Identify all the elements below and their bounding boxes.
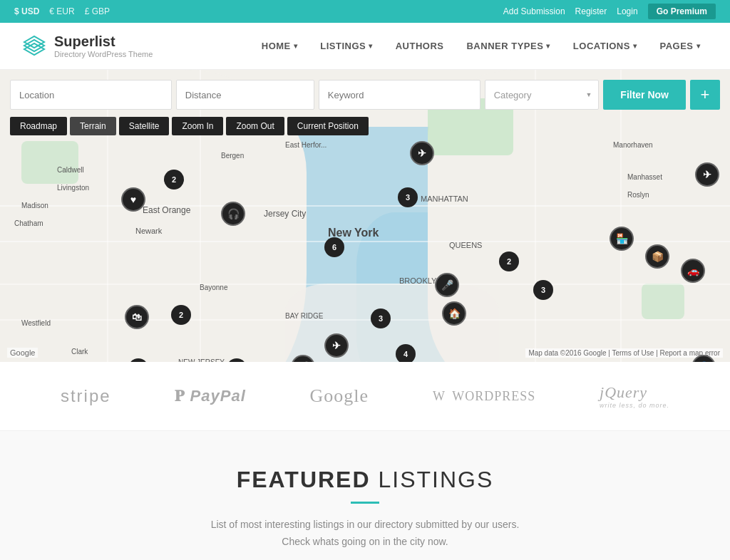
partner-jquery: jQuery write less, do more. bbox=[600, 383, 669, 409]
map-marker[interactable]: 🎤 bbox=[435, 273, 459, 297]
search-bar: Category Filter Now + bbox=[10, 80, 720, 110]
map-marker[interactable]: 🛍 bbox=[125, 305, 149, 329]
map-marker[interactable]: 🎧 bbox=[221, 202, 245, 226]
satellite-button[interactable]: Satellite bbox=[119, 117, 170, 135]
featured-subtitle: List of most interesting listings in our… bbox=[21, 517, 709, 551]
partner-wordpress: W WordPress bbox=[433, 389, 535, 404]
map-marker-count[interactable]: 2 bbox=[171, 305, 191, 325]
google-logo: Google bbox=[7, 348, 38, 358]
main-nav: HOME ▾ LISTINGS ▾ AUTHORS BANNER TYPES ▾… bbox=[253, 35, 709, 57]
zoom-out-button[interactable]: Zoom Out bbox=[226, 117, 284, 135]
featured-title: FEATURED LISTINGS bbox=[21, 467, 709, 493]
partner-stripe: stripe bbox=[61, 386, 111, 406]
map-marker[interactable]: ✈ bbox=[410, 141, 434, 165]
chevron-down-icon: ▾ bbox=[546, 42, 550, 50]
map-marker-count[interactable]: 6 bbox=[324, 237, 344, 257]
currency-selector: $ USD € EUR £ GBP bbox=[14, 6, 110, 16]
header: Superlist Directory WordPress Theme HOME… bbox=[0, 23, 730, 70]
currency-usd[interactable]: $ USD bbox=[14, 6, 39, 16]
login-link[interactable]: Login bbox=[617, 6, 637, 16]
current-position-button[interactable]: Current Position bbox=[287, 117, 369, 135]
partners-bar: stripe 𝐏 PayPal Google W WordPress jQuer… bbox=[0, 362, 730, 431]
map-marker[interactable]: 🚗 bbox=[681, 259, 705, 283]
map-marker[interactable]: 🏪 bbox=[610, 227, 634, 251]
category-select[interactable]: Category bbox=[485, 80, 600, 110]
top-bar-links: Add Submission Register Login Go Premium bbox=[503, 4, 716, 19]
logo[interactable]: Superlist Directory WordPress Theme bbox=[21, 33, 153, 59]
chevron-down-icon: ▾ bbox=[633, 42, 637, 50]
currency-gbp[interactable]: £ GBP bbox=[85, 6, 110, 16]
map-marker-count[interactable]: 2 bbox=[499, 252, 519, 271]
go-premium-button[interactable]: Go Premium bbox=[648, 4, 716, 19]
register-link[interactable]: Register bbox=[575, 6, 607, 16]
map-marker-count[interactable]: 4 bbox=[396, 344, 416, 362]
zoom-in-button[interactable]: Zoom In bbox=[172, 117, 223, 135]
nav-authors[interactable]: AUTHORS bbox=[387, 35, 453, 57]
top-bar: $ USD € EUR £ GBP Add Submission Registe… bbox=[0, 0, 730, 23]
location-input[interactable] bbox=[10, 80, 172, 110]
map-marker[interactable]: ♥ bbox=[121, 187, 145, 212]
add-listing-button[interactable]: + bbox=[690, 80, 720, 110]
map-marker[interactable]: ✈ bbox=[324, 333, 349, 358]
logo-icon bbox=[21, 33, 47, 59]
map-marker-count[interactable]: 2 bbox=[164, 170, 184, 190]
map-marker-count[interactable]: 3 bbox=[533, 280, 553, 300]
map-marker-count[interactable]: 3 bbox=[371, 308, 391, 328]
map-marker[interactable]: 📦 bbox=[645, 244, 669, 269]
distance-input[interactable] bbox=[176, 80, 314, 110]
keyword-input[interactable] bbox=[319, 80, 480, 110]
map-marker[interactable]: 🏠 bbox=[442, 301, 466, 326]
chevron-down-icon: ▾ bbox=[696, 42, 701, 50]
nav-listings[interactable]: LISTINGS ▾ bbox=[312, 35, 381, 57]
featured-section: FEATURED LISTINGS List of most interesti… bbox=[0, 431, 730, 560]
category-wrapper: Category bbox=[485, 80, 600, 110]
chevron-down-icon: ▾ bbox=[369, 42, 373, 50]
logo-title: Superlist bbox=[54, 33, 153, 50]
map-attribution: Map data ©2016 Google | Terms of Use | R… bbox=[525, 348, 723, 358]
map-controls: Roadmap Terrain Satellite Zoom In Zoom O… bbox=[10, 117, 369, 135]
currency-eur[interactable]: € EUR bbox=[49, 6, 74, 16]
filter-now-button[interactable]: Filter Now bbox=[603, 80, 686, 110]
nav-pages[interactable]: PAGES ▾ bbox=[651, 35, 709, 57]
partner-paypal: 𝐏 PayPal bbox=[175, 387, 245, 405]
map-marker-count[interactable]: 3 bbox=[398, 187, 418, 207]
logo-subtitle: Directory WordPress Theme bbox=[54, 50, 153, 58]
roadmap-button[interactable]: Roadmap bbox=[10, 117, 67, 135]
map-section: New York Jersey City MANHATTAN QUEENS BR… bbox=[0, 70, 730, 362]
nav-banner-types[interactable]: BANNER TYPES ▾ bbox=[458, 35, 558, 57]
add-submission-link[interactable]: Add Submission bbox=[503, 6, 565, 16]
chevron-down-icon: ▾ bbox=[294, 42, 298, 50]
partner-google: Google bbox=[310, 385, 369, 407]
nav-home[interactable]: HOME ▾ bbox=[253, 35, 307, 57]
map-marker[interactable]: ✈ bbox=[695, 162, 719, 187]
featured-divider bbox=[351, 502, 379, 504]
nav-locations[interactable]: LOCATIONS ▾ bbox=[565, 35, 646, 57]
terrain-button[interactable]: Terrain bbox=[70, 117, 116, 135]
map-canvas[interactable]: New York Jersey City MANHATTAN QUEENS BR… bbox=[0, 70, 730, 362]
